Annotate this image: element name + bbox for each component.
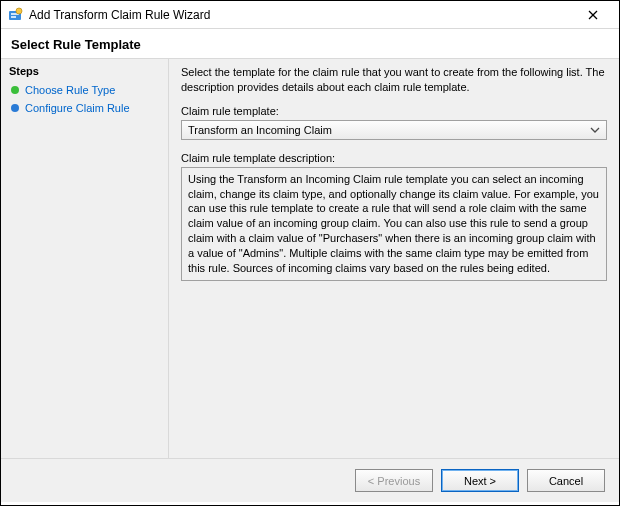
step-label: Choose Rule Type: [25, 84, 115, 96]
step-choose-rule-type[interactable]: Choose Rule Type: [9, 81, 160, 99]
template-label: Claim rule template:: [181, 105, 607, 117]
steps-header: Steps: [9, 65, 160, 77]
window-title: Add Transform Claim Rule Wizard: [29, 8, 210, 22]
page-heading: Select Rule Template: [1, 29, 619, 58]
app-icon: [7, 7, 23, 23]
steps-sidebar: Steps Choose Rule Type Configure Claim R…: [1, 59, 169, 458]
chevron-down-icon: [588, 123, 602, 137]
button-label: Next >: [464, 475, 496, 487]
button-label: Cancel: [549, 475, 583, 487]
content-area: Steps Choose Rule Type Configure Claim R…: [1, 59, 619, 458]
button-label: < Previous: [368, 475, 420, 487]
description-label: Claim rule template description:: [181, 152, 607, 164]
close-icon: [588, 10, 598, 20]
select-value: Transform an Incoming Claim: [188, 124, 332, 136]
claim-rule-template-select[interactable]: Transform an Incoming Claim: [181, 120, 607, 140]
footer-bar: < Previous Next > Cancel: [1, 458, 619, 502]
step-configure-claim-rule[interactable]: Configure Claim Rule: [9, 99, 160, 117]
step-bullet-active-icon: [11, 86, 19, 94]
svg-point-3: [16, 8, 22, 14]
previous-button: < Previous: [355, 469, 433, 492]
cancel-button[interactable]: Cancel: [527, 469, 605, 492]
intro-text: Select the template for the claim rule t…: [181, 65, 607, 95]
next-button[interactable]: Next >: [441, 469, 519, 492]
template-description: Using the Transform an Incoming Claim ru…: [181, 167, 607, 281]
step-bullet-pending-icon: [11, 104, 19, 112]
title-bar: Add Transform Claim Rule Wizard: [1, 1, 619, 29]
svg-rect-2: [11, 16, 16, 18]
close-button[interactable]: [573, 1, 613, 29]
step-label: Configure Claim Rule: [25, 102, 130, 114]
main-panel: Select the template for the claim rule t…: [169, 59, 619, 458]
